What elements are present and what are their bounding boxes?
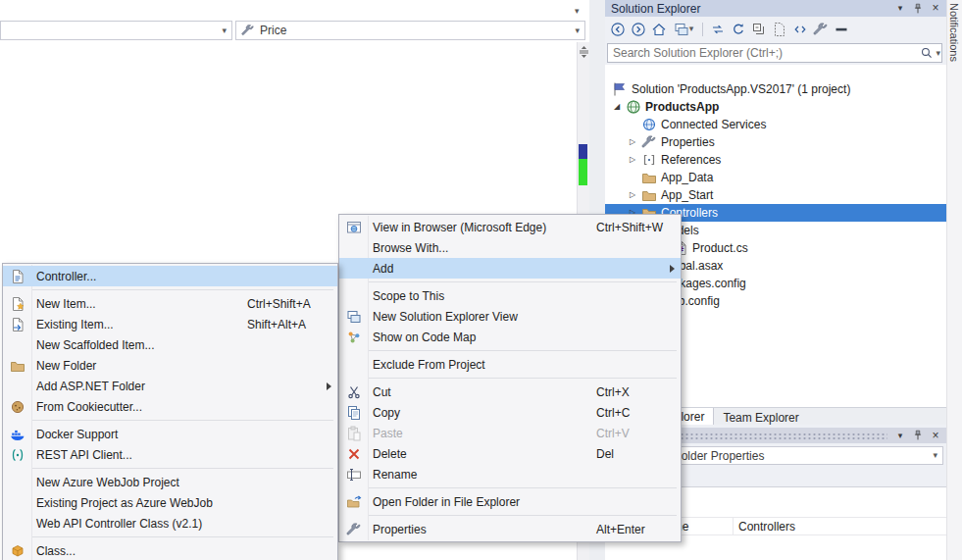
submenu-item-new-azure-webjob-project[interactable]: New Azure WebJob Project [3,472,337,492]
menu-separator [32,468,333,469]
menu-item-label: View in Browser (Microsoft Edge) [373,221,596,234]
expander-icon[interactable]: ▷ [625,133,640,151]
tree-item-properties[interactable]: ▷ Properties [605,133,946,151]
submenu-item-class[interactable]: Class... [3,540,337,560]
menu-item-properties[interactable]: Properties Alt+Enter [339,519,681,539]
submenu-item-docker-support[interactable]: Docker Support [3,424,337,444]
menu-item-label: New Item... [36,297,247,311]
menu-separator [32,420,333,421]
menu-item-cut[interactable]: Cut Ctrl+X [339,382,681,402]
close-icon[interactable]: × [929,1,942,16]
tree-item-solution[interactable]: Solution 'ProductsApp.VS2017' (1 project… [605,80,946,98]
expander-icon[interactable]: ▷ [625,151,640,169]
menu-item-open-folder-in-file-explorer[interactable]: Open Folder in File Explorer [339,491,681,512]
copy-icon [339,405,369,421]
window-position-icon[interactable]: ▾ [893,1,907,16]
menu-item-label: Paste [373,427,596,440]
menu-item-browse-with[interactable]: Browse With... [339,237,681,258]
menu-item-copy[interactable]: Copy Ctrl+C [339,402,681,423]
submenu-item-new-folder[interactable]: New Folder [3,355,337,376]
pin-icon[interactable] [911,429,925,442]
menu-item-label: From Cookiecutter... [36,400,247,414]
submenu-item-new-item[interactable]: New Item... Ctrl+Shift+A [3,293,337,314]
menu-separator [369,515,677,516]
cookiecutter-icon [3,399,32,415]
submenu-arrow-icon [670,265,675,273]
connected-services-icon [640,117,658,132]
tree-item-productsapp[interactable]: ◢ ProductsApp [605,98,946,116]
notifications-sidebar-tab[interactable]: Notifications [946,0,962,560]
menu-item-label: Properties [373,523,596,536]
show-all-files-button[interactable] [771,21,788,38]
property-value-cell[interactable]: Controllers [734,520,795,534]
search-icon[interactable] [920,46,934,60]
tree-item-app-data[interactable]: App_Data [605,169,946,186]
menu-item-label: Existing Item... [36,318,247,331]
menu-item-show-on-code-map[interactable]: Show on Code Map [339,327,681,347]
menu-item-shortcut: Ctrl+V [596,427,675,440]
collapse-all-button[interactable] [750,21,768,38]
forward-button[interactable] [630,21,647,38]
menu-item-shortcut: Alt+Enter [596,523,675,536]
submenu-item-add-aspnet-folder[interactable]: Add ASP.NET Folder [3,376,337,396]
navbar-member-combobox[interactable]: Price ▾ [235,21,585,40]
submenu-item-controller[interactable]: Controller... [3,266,337,286]
submenu-item-existing-project-as-azure-webjob[interactable]: Existing Project as Azure WebJob [3,492,337,513]
tree-item-app-start[interactable]: ▷ App_Start [605,186,946,204]
tree-item-label: App_Data [661,171,713,184]
menu-item-shortcut: Ctrl+X [596,385,675,399]
solution-explorer-titlebar[interactable]: Solution Explorer ▾ × [605,0,946,17]
menu-item-rename[interactable]: Rename [339,464,681,484]
submenu-item-web-api-controller-class[interactable]: Web API Controller Class (v2.1) [3,513,337,534]
scrollbar-change-marker-blue [579,144,587,159]
folder-icon [640,187,658,203]
menu-item-label: New Solution Explorer View [373,310,596,324]
class-icon [3,543,32,559]
menu-item-view-in-browser[interactable]: View in Browser (Microsoft Edge) Ctrl+Sh… [339,217,681,237]
expander-icon[interactable]: ▷ [625,186,640,204]
top-combo-dropdown-icon[interactable]: ▾ [575,7,580,16]
properties-button[interactable] [812,21,830,38]
pin-icon[interactable] [911,2,925,16]
solution-ic [611,81,629,97]
menu-separator [369,378,677,379]
refresh-button[interactable] [730,21,747,38]
new-folder-icon [3,358,32,374]
view-code-button[interactable] [791,21,809,38]
menu-item-add[interactable]: Add [339,258,681,279]
home-button[interactable] [650,21,668,38]
back-button[interactable] [609,21,627,38]
switch-views-button[interactable]: ▾ [671,21,696,38]
menu-item-delete[interactable]: Delete Del [339,443,681,464]
menu-item-label: Scope to This [373,289,596,303]
tree-item-connected-services[interactable]: Connected Services [605,116,946,133]
search-options-icon[interactable]: ▾ [936,49,940,58]
preview-selected-items-button[interactable] [833,21,850,38]
vs-main-window: ▾ ▾ Price ▾ Notifications Solution Explo… [0,0,962,560]
close-icon[interactable]: × [929,429,942,443]
submenu-item-from-cookiecutter[interactable]: From Cookiecutter... [3,396,337,417]
editor-splitter-handle[interactable] [578,45,590,59]
search-input[interactable] [607,43,942,63]
new-solution-explorer-view-icon [339,309,369,325]
submenu-item-existing-item[interactable]: Existing Item... Shift+Alt+A [3,314,337,334]
submenu-item-rest-api-client[interactable]: REST API Client... [3,444,337,465]
tree-item-references[interactable]: ▷ References [605,151,946,169]
menu-item-new-solution-explorer-view[interactable]: New Solution Explorer View [339,306,681,327]
menu-item-label: New Scaffolded Item... [36,338,247,352]
menu-item-scope-to-this[interactable]: Scope to This [339,285,681,306]
folder-icon [640,170,658,185]
expander-icon[interactable]: ◢ [609,98,625,116]
menu-item-label: Controller... [36,270,247,283]
menu-item-exclude-from-project[interactable]: Exclude From Project [339,354,681,375]
browser-icon [339,220,369,235]
code-map-icon [339,330,369,345]
menu-item-paste[interactable]: Paste Ctrl+V [339,423,681,443]
window-position-icon[interactable]: ▾ [893,429,907,443]
menu-item-label: Browse With... [373,241,596,255]
submenu-item-new-scaffolded-item[interactable]: New Scaffolded Item... [3,334,337,355]
tab-team-explorer[interactable]: Team Explorer [714,408,807,426]
sync-with-active-document-button[interactable] [709,21,727,38]
menu-item-shortcut: Ctrl+C [596,406,675,420]
navbar-type-combobox[interactable]: ▾ [0,21,232,40]
